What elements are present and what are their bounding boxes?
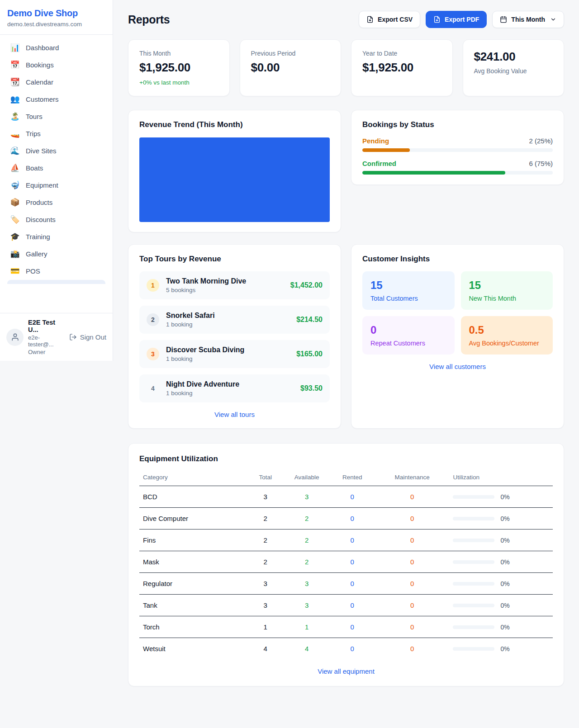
top-tours-title: Top Tours by Revenue — [139, 255, 330, 264]
cell-category: Dive Computer — [139, 508, 247, 529]
nav-item-icon: 🌊 — [10, 147, 20, 155]
cell-total: 3 — [247, 486, 284, 508]
nav-item-label: Tours — [26, 113, 43, 120]
tour-revenue: $214.50 — [296, 316, 323, 324]
sidebar-item[interactable]: 👥 Customers — [4, 91, 109, 108]
sidebar-item[interactable]: 📅 Bookings — [4, 57, 109, 73]
nav-item-icon: 💳 — [10, 267, 20, 275]
tour-row[interactable]: 2 Snorkel Safari 1 booking $214.50 — [139, 306, 330, 334]
sidebar-item[interactable]: 📸 Gallery — [4, 246, 109, 262]
customer-insights-card: Customer Insights 15 Total Customers 15 … — [351, 244, 564, 429]
cell-total: 1 — [247, 616, 284, 638]
export-csv-label: Export CSV — [378, 16, 413, 23]
sidebar-item[interactable]: 🎓 Training — [4, 228, 109, 245]
cell-maintenance: 0 — [375, 638, 450, 660]
nav-item-label: Training — [26, 233, 50, 241]
sidebar-item[interactable]: 📊 Dashboard — [4, 39, 109, 56]
page-title: Reports — [128, 13, 170, 26]
sign-out-button[interactable]: Sign Out — [69, 333, 106, 341]
tour-bookings-count: 1 booking — [166, 355, 244, 362]
utilization-percent: 0% — [500, 493, 509, 501]
nav-item-label: Boats — [26, 164, 43, 172]
tour-name: Night Dive Adventure — [166, 380, 239, 388]
export-pdf-label: Export PDF — [445, 16, 479, 23]
cell-category: Tank — [139, 595, 247, 616]
nav-item-icon: 🚤 — [10, 130, 20, 137]
nav-item-label: Calendar — [26, 78, 53, 86]
equipment-table-row: Fins 2 2 0 0 0% — [139, 529, 553, 551]
nav-item-label: Bookings — [26, 61, 54, 69]
utilization-percent: 0% — [500, 537, 509, 544]
sidebar-item[interactable]: 💳 POS — [4, 263, 109, 279]
status-progress-fill — [362, 148, 410, 152]
view-all-customers-link[interactable]: View all customers — [362, 363, 553, 370]
nav-item-icon: 🏷️ — [10, 216, 20, 223]
revenue-trend-card: Revenue Trend (This Month) — [128, 110, 341, 232]
tour-name: Two Tank Morning Dive — [166, 277, 246, 285]
tour-rank-badge: 1 — [147, 279, 159, 292]
stat-card: Avg Booking Value $241.00 — [463, 39, 565, 96]
file-download-icon — [366, 16, 374, 23]
file-download-icon — [433, 16, 441, 23]
sidebar-item[interactable]: ⛵ Boats — [4, 160, 109, 176]
sidebar-item[interactable]: 🏷️ Discounts — [4, 211, 109, 228]
period-dropdown[interactable]: This Month — [492, 11, 564, 28]
equipment-table-row: Regulator 3 3 0 0 0% — [139, 573, 553, 595]
nav-item-icon: 📸 — [10, 250, 20, 258]
cell-utilization: 0% — [449, 616, 553, 638]
cell-available: 3 — [284, 573, 330, 595]
utilization-percent: 0% — [500, 602, 509, 609]
tour-row[interactable]: 4 Night Dive Adventure 1 booking $93.50 — [139, 374, 330, 402]
utilization-bar-track — [453, 517, 494, 520]
shop-name[interactable]: Demo Dive Shop — [7, 8, 105, 19]
sidebar: Demo Dive Shop demo.test.divestreams.com… — [0, 0, 113, 361]
nav-item-icon: 🏝️ — [10, 113, 20, 120]
view-all-equipment-link[interactable]: View all equipment — [139, 667, 553, 675]
cell-rented: 0 — [329, 573, 375, 595]
column-header-category: Category — [139, 469, 247, 486]
cell-utilization: 0% — [449, 638, 553, 660]
status-value: 6 (75%) — [529, 160, 553, 167]
calendar-icon — [500, 16, 507, 23]
cell-maintenance: 0 — [375, 551, 450, 573]
status-progress-track — [362, 171, 553, 175]
logout-icon — [69, 333, 77, 341]
insight-number: 15 — [469, 279, 545, 292]
stat-value: $0.00 — [251, 61, 330, 75]
page-header: Reports Export CSV Export PDF This Month — [128, 11, 564, 28]
bookings-by-status-card: Bookings by Status Pending 2 (25%) Confi… — [351, 110, 564, 185]
nav-item-label: Equipment — [26, 181, 58, 189]
insight-box: 0.5 Avg Bookings/Customer — [461, 316, 553, 355]
sidebar-item[interactable]: 🏝️ Tours — [4, 108, 109, 125]
column-header-maintenance: Maintenance — [375, 469, 450, 486]
export-csv-button[interactable]: Export CSV — [359, 11, 420, 28]
user-box: E2E Test U... e2e-tester@... Owner Sign … — [0, 313, 113, 361]
sidebar-item[interactable]: 🚤 Trips — [4, 125, 109, 142]
avatar — [6, 329, 24, 346]
tour-row[interactable]: 3 Discover Scuba Diving 1 booking $165.0… — [139, 340, 330, 368]
sidebar-item[interactable]: 📦 Products — [4, 194, 109, 211]
sidebar-nav: 📊 Dashboard 📅 Bookings 📆 Calendar 👥 Cust… — [0, 35, 113, 313]
cell-rented: 0 — [329, 486, 375, 508]
utilization-bar-track — [453, 604, 494, 607]
sidebar-item[interactable]: 📆 Calendar — [4, 74, 109, 90]
view-all-tours-link[interactable]: View all tours — [139, 411, 330, 418]
stat-value: $1,925.00 — [362, 61, 441, 75]
utilization-bar-track — [453, 647, 494, 651]
cell-utilization: 0% — [449, 486, 553, 508]
chevron-down-icon — [550, 16, 556, 23]
cell-category: Regulator — [139, 573, 247, 595]
equipment-table-row: Dive Computer 2 2 0 0 0% — [139, 508, 553, 529]
cell-total: 4 — [247, 638, 284, 660]
status-label: Pending — [362, 137, 389, 145]
tour-rank-badge: 2 — [147, 313, 159, 326]
tour-bookings-count: 1 booking — [166, 321, 215, 328]
tour-row[interactable]: 1 Two Tank Morning Dive 5 bookings $1,45… — [139, 271, 330, 299]
cell-total: 3 — [247, 595, 284, 616]
sidebar-item-partial-selected[interactable] — [7, 280, 105, 284]
sidebar-item[interactable]: 🌊 Dive Sites — [4, 142, 109, 159]
sidebar-item[interactable]: 🤿 Equipment — [4, 177, 109, 194]
cell-category: BCD — [139, 486, 247, 508]
export-pdf-button[interactable]: Export PDF — [426, 11, 487, 28]
user-name: E2E Test U... — [28, 319, 65, 333]
